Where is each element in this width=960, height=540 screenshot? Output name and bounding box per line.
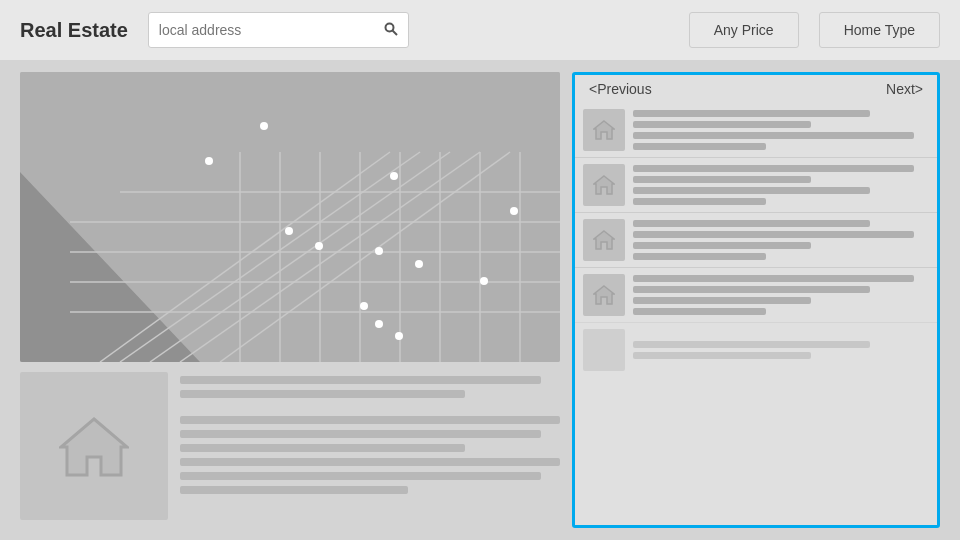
listing-line	[633, 110, 870, 117]
listing-thumbnail	[583, 109, 625, 151]
listings-list	[575, 103, 937, 525]
map-svg	[20, 72, 560, 362]
map-pin[interactable]	[260, 122, 268, 130]
listing-item[interactable]	[575, 157, 937, 212]
svg-marker-25	[594, 231, 614, 249]
listing-line	[633, 121, 811, 128]
detail-line	[180, 390, 465, 398]
detail-line	[180, 376, 541, 384]
app-title: Real Estate	[20, 19, 128, 42]
svg-marker-24	[594, 176, 614, 194]
map-pin[interactable]	[395, 332, 403, 340]
svg-marker-26	[594, 286, 614, 304]
search-icon	[384, 22, 398, 36]
svg-marker-22	[61, 419, 127, 475]
home-icon-large	[59, 411, 129, 481]
listing-line	[633, 308, 766, 315]
detail-line	[180, 472, 541, 480]
listing-line	[633, 198, 766, 205]
price-filter-button[interactable]: Any Price	[689, 12, 799, 48]
map-container[interactable]	[20, 72, 560, 362]
listing-thumbnail	[583, 329, 625, 371]
listing-line	[633, 286, 870, 293]
listing-line	[633, 253, 766, 260]
listing-line	[633, 176, 811, 183]
home-icon-small	[593, 284, 615, 306]
listing-line	[633, 275, 914, 282]
map-pin[interactable]	[285, 227, 293, 235]
home-type-filter-button[interactable]: Home Type	[819, 12, 940, 48]
map-pin[interactable]	[480, 277, 488, 285]
listing-line	[633, 231, 914, 238]
listing-line	[633, 242, 811, 249]
svg-line-1	[393, 30, 398, 35]
listing-line	[633, 297, 811, 304]
search-button[interactable]	[384, 22, 398, 39]
home-icon-small	[593, 229, 615, 251]
listing-line	[633, 132, 914, 139]
listing-item[interactable]	[575, 212, 937, 267]
header: Real Estate Any Price Home Type	[0, 0, 960, 60]
detail-line	[180, 444, 465, 452]
home-icon-small	[593, 174, 615, 196]
listing-text	[633, 341, 929, 359]
listing-thumbnail	[583, 164, 625, 206]
prev-button[interactable]: <Previous	[589, 81, 652, 97]
listings-panel: <Previous Next>	[572, 72, 940, 528]
map-pin[interactable]	[375, 247, 383, 255]
search-input[interactable]	[159, 22, 384, 38]
map-pin[interactable]	[415, 260, 423, 268]
listing-line	[633, 352, 811, 359]
map-area	[20, 72, 560, 528]
detail-line	[180, 430, 541, 438]
main-content: <Previous Next>	[0, 60, 960, 540]
detail-line	[180, 458, 560, 466]
home-icon-small	[593, 119, 615, 141]
listing-item-partial[interactable]	[575, 322, 937, 377]
map-pin[interactable]	[360, 302, 368, 310]
map-pin[interactable]	[390, 172, 398, 180]
detail-thumbnail	[20, 372, 168, 520]
map-pin[interactable]	[315, 242, 323, 250]
listing-text	[633, 165, 929, 205]
listing-thumbnail	[583, 219, 625, 261]
svg-point-0	[386, 23, 394, 31]
listing-item[interactable]	[575, 103, 937, 157]
listing-thumbnail	[583, 274, 625, 316]
listing-line	[633, 187, 870, 194]
svg-marker-23	[594, 121, 614, 139]
listing-item[interactable]	[575, 267, 937, 322]
map-pin[interactable]	[510, 207, 518, 215]
listing-line	[633, 143, 766, 150]
listing-text	[633, 275, 929, 315]
next-button[interactable]: Next>	[886, 81, 923, 97]
listing-line	[633, 165, 914, 172]
detail-line	[180, 416, 560, 424]
map-pin[interactable]	[375, 320, 383, 328]
detail-line	[180, 486, 408, 494]
listings-nav: <Previous Next>	[575, 75, 937, 103]
detail-panel	[20, 372, 560, 520]
listing-line	[633, 220, 870, 227]
search-bar	[148, 12, 409, 48]
detail-text-block	[180, 372, 560, 520]
map-pin[interactable]	[205, 157, 213, 165]
listing-text	[633, 220, 929, 260]
listing-line	[633, 341, 870, 348]
listing-text	[633, 110, 929, 150]
